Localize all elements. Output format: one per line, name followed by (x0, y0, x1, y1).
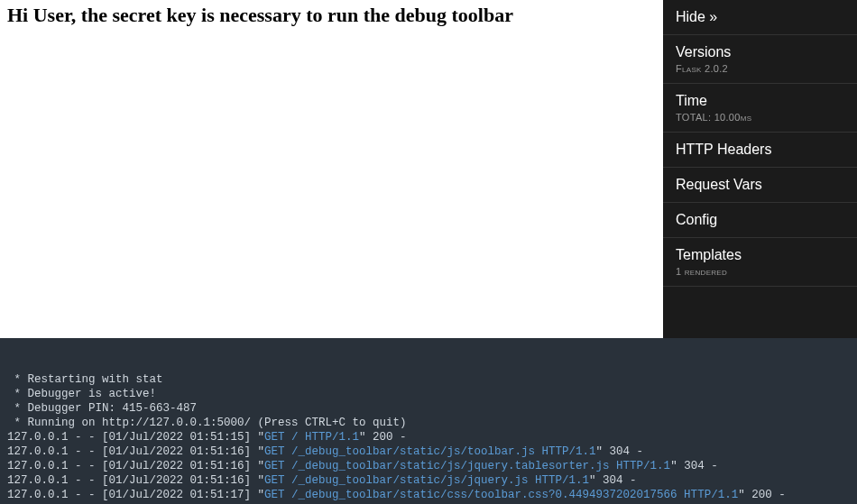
terminal-text: 127.0.0.1 - - [01/Jul/2022 01:51:16] " (7, 474, 264, 487)
terminal-line: 127.0.0.1 - - [01/Jul/2022 01:51:16] "GE… (7, 473, 850, 488)
toolbar-panel-title: Config (676, 212, 844, 228)
terminal-text: * Running on http://127.0.0.1:5000/ (Pre… (7, 417, 407, 429)
toolbar-panel-title: Request Vars (676, 177, 844, 193)
terminal-text: " 200 - (359, 431, 407, 444)
toolbar-hide-button[interactable]: Hide » (663, 0, 857, 35)
terminal-text: * Debugger is active! (7, 388, 156, 400)
terminal-line: 127.0.0.1 - - [01/Jul/2022 01:51:16] "GE… (7, 444, 850, 459)
terminal-line: * Debugger PIN: 415-663-487 (7, 401, 850, 416)
toolbar-panel-sub: 1 rendered (676, 266, 844, 277)
terminal-text: 127.0.0.1 - - [01/Jul/2022 01:51:16] " (7, 460, 264, 472)
terminal-output[interactable]: * Restarting with stat * Debugger is act… (0, 338, 857, 504)
toolbar-panel-title: Versions (676, 44, 844, 60)
toolbar-panel-request-vars[interactable]: Request Vars (663, 168, 857, 203)
toolbar-panel-sub: Flask 2.0.2 (676, 63, 844, 74)
terminal-text: 127.0.0.1 - - [01/Jul/2022 01:51:15] " (7, 431, 264, 444)
terminal-lines: * Restarting with stat * Debugger is act… (7, 372, 850, 504)
app-root: Hi User, the secret key is necessary to … (0, 0, 857, 504)
terminal-request-path: GET /_debug_toolbar/static/js/jquery.js … (264, 474, 589, 487)
terminal-text: " 304 - (670, 460, 718, 472)
debug-toolbar: Hide » Versions Flask 2.0.2 Time TOTAL: … (663, 0, 857, 338)
toolbar-panel-versions[interactable]: Versions Flask 2.0.2 (663, 35, 857, 84)
terminal-text: * Restarting with stat (7, 373, 163, 386)
toolbar-panel-title: Templates (676, 247, 844, 263)
toolbar-panel-title: Time (676, 93, 844, 109)
toolbar-panel-templates[interactable]: Templates 1 rendered (663, 238, 857, 287)
terminal-line: 127.0.0.1 - - [01/Jul/2022 01:51:15] "GE… (7, 430, 850, 444)
toolbar-panel-sub: TOTAL: 10.00ms (676, 112, 844, 123)
terminal-text: * Debugger PIN: 415-663-487 (7, 402, 197, 415)
terminal-text: 127.0.0.1 - - [01/Jul/2022 01:51:16] " (7, 445, 264, 458)
terminal-line: * Debugger is active! (7, 387, 850, 401)
terminal-text: " 304 - (596, 445, 644, 458)
terminal-request-path: GET /_debug_toolbar/static/js/toolbar.js… (264, 445, 596, 458)
toolbar-panel-title: HTTP Headers (676, 142, 844, 158)
terminal-line: * Running on http://127.0.0.1:5000/ (Pre… (7, 416, 850, 430)
page-content: Hi User, the secret key is necessary to … (0, 0, 663, 338)
toolbar-hide-label: Hide » (676, 9, 844, 25)
top-region: Hi User, the secret key is necessary to … (0, 0, 857, 338)
terminal-text: " 304 - (589, 474, 637, 487)
toolbar-panel-http-headers[interactable]: HTTP Headers (663, 133, 857, 168)
terminal-line: 127.0.0.1 - - [01/Jul/2022 01:51:16] "GE… (7, 459, 850, 473)
terminal-request-path: GET /_debug_toolbar/static/js/jquery.tab… (264, 460, 670, 472)
page-heading: Hi User, the secret key is necessary to … (7, 4, 656, 27)
terminal-request-path: GET /_debug_toolbar/static/css/toolbar.c… (264, 489, 738, 501)
terminal-text: 127.0.0.1 - - [01/Jul/2022 01:51:17] " (7, 489, 264, 501)
toolbar-panel-config[interactable]: Config (663, 203, 857, 238)
terminal-text: " 200 - (738, 489, 786, 501)
terminal-line: * Restarting with stat (7, 372, 850, 387)
toolbar-panel-time[interactable]: Time TOTAL: 10.00ms (663, 84, 857, 133)
terminal-request-path: GET / HTTP/1.1 (264, 431, 359, 444)
terminal-line: 127.0.0.1 - - [01/Jul/2022 01:51:17] "GE… (7, 488, 850, 502)
